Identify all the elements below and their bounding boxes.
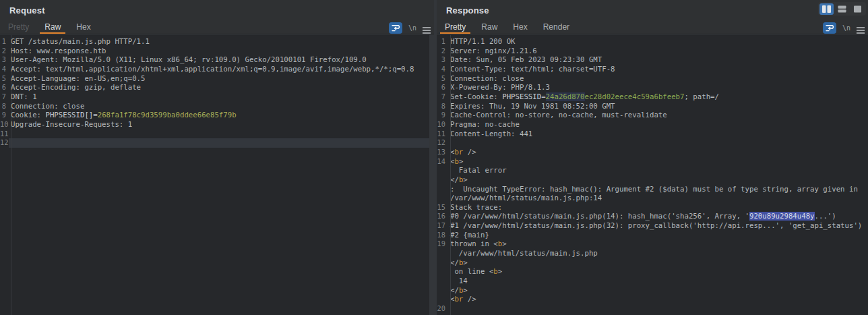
response-panel: Response Pretty Raw Hex Render \n 1HTTP/…: [437, 0, 868, 315]
code-token: PHPSESSID: [502, 92, 541, 101]
selected-text: 920u89u2984u48y: [749, 212, 815, 221]
line-number: 1: [0, 37, 9, 47]
line-number: [437, 166, 448, 175]
code-token: >: [459, 157, 463, 166]
word-wrap-icon[interactable]: [389, 22, 402, 34]
code-line: 6X-Powered-By: PHP/8.1.3: [437, 83, 868, 92]
code-token: Set-Cookie:: [450, 92, 502, 101]
code-text: : Uncaught TypeError: hash_hmac(): Argum…: [448, 185, 868, 194]
code-line: </b>: [437, 175, 868, 185]
code-line: /var/www/html/status/main.js.php: [437, 249, 868, 258]
request-panel: Request Pretty Raw Hex \n 1GET /status/m…: [0, 0, 434, 315]
code-token: >: [502, 239, 506, 248]
code-line: 8Expires: Thu, 19 Nov 1981 08:52:00 GMT: [437, 102, 868, 111]
line-number: 5: [437, 74, 448, 84]
code-token: GET /status/main.js.php HTTP/1.1: [11, 37, 150, 46]
code-text: Upgrade-Insecure-Requests: 1: [9, 120, 429, 130]
line-number: 18: [437, 231, 448, 240]
code-text: Set-Cookie: PHPSESSID=24a26d870ec28d02ee…: [448, 92, 868, 102]
line-number: 9: [0, 111, 9, 120]
response-editor-toolbar: \n: [823, 22, 865, 34]
response-tab-render[interactable]: Render: [538, 20, 574, 34]
line-number: 12: [437, 138, 448, 148]
response-tab-pretty[interactable]: Pretty: [440, 20, 470, 34]
code-line: 2Host: www.response.htb: [0, 47, 429, 56]
code-line: 7Set-Cookie: PHPSESSID=24a26d870ec28d02e…: [437, 92, 868, 102]
request-editor[interactable]: 1GET /status/main.js.php HTTP/1.12Host: …: [0, 35, 429, 315]
code-text: Host: www.response.htb: [9, 47, 429, 56]
split-rows-icon[interactable]: [835, 3, 849, 15]
code-token: Accept-Language: en-US,en;q=0.5: [11, 74, 145, 83]
code-text: Cookie: PHPSESSID[]=268fa1f78c9d3599ba0d…: [9, 111, 429, 120]
code-line: </b>: [437, 258, 868, 268]
code-line: <br />: [437, 295, 868, 304]
code-line: 18#2 {main}: [437, 231, 868, 240]
code-line: 1HTTP/1.1 200 OK: [437, 37, 868, 47]
line-number: [437, 295, 448, 304]
code-token: </: [450, 175, 459, 184]
code-token: #2 {main}: [450, 231, 489, 239]
request-tab-raw[interactable]: Raw: [40, 20, 65, 34]
request-tab-pretty[interactable]: Pretty: [3, 20, 34, 34]
request-code-area: 1GET /status/main.js.php HTTP/1.12Host: …: [0, 35, 429, 148]
request-title: Request: [9, 5, 45, 16]
menu-icon[interactable]: [423, 22, 431, 34]
menu-icon[interactable]: [857, 22, 865, 34]
line-number: 8: [437, 102, 448, 111]
line-number: 5: [0, 74, 9, 84]
code-line: 4Content-Type: text/html; charset=UTF-8: [437, 65, 868, 74]
code-line: 5Accept-Language: en-US,en;q=0.5: [0, 74, 429, 84]
code-token: Accept: text/html,application/xhtml+xml,…: [11, 65, 414, 74]
code-token: Date: Sun, 05 Feb 2023 09:23:30 GMT: [450, 55, 602, 64]
code-token: />: [463, 148, 476, 156]
split-columns-icon[interactable]: [819, 3, 834, 15]
line-number: [437, 185, 448, 194]
line-number: 2: [0, 47, 9, 56]
code-token: ec28d02eece4c59a6bfeeb7: [585, 92, 685, 101]
code-line: 12: [0, 138, 429, 148]
word-wrap-icon[interactable]: [823, 22, 836, 34]
code-text: </b>: [448, 286, 868, 295]
line-number: 20: [437, 304, 448, 314]
code-text: [448, 138, 868, 148]
code-text: Expires: Thu, 19 Nov 1981 08:52:00 GMT: [448, 102, 868, 111]
line-number: 17: [437, 221, 448, 231]
code-text: GET /status/main.js.php HTTP/1.1: [9, 37, 429, 47]
code-token: PHPSESSID[]: [45, 111, 93, 119]
response-editor[interactable]: 1HTTP/1.1 200 OK2Server: nginx/1.21.63Da…: [437, 35, 868, 315]
response-tab-hex[interactable]: Hex: [508, 20, 532, 34]
line-number: [437, 277, 448, 286]
line-number: [437, 286, 448, 295]
code-text: User-Agent: Mozilla/5.0 (X11; Linux x86_…: [9, 55, 429, 65]
line-number: 2: [437, 47, 448, 56]
code-token: User-Agent: Mozilla/5.0 (X11; Linux x86_…: [11, 55, 367, 64]
code-line: 13<br />: [437, 148, 868, 157]
newline-glyphs-icon[interactable]: \n: [408, 24, 416, 32]
line-number: 19: [437, 239, 448, 249]
code-text: <b>: [448, 157, 868, 167]
line-number: 14: [437, 157, 448, 167]
code-token: Expires: Thu, 19 Nov 1981 08:52:00 GMT: [450, 102, 615, 111]
code-text: HTTP/1.1 200 OK: [448, 37, 868, 47]
newline-glyphs-icon[interactable]: \n: [842, 24, 850, 32]
code-text: Connection: close: [448, 74, 868, 84]
request-tab-hex[interactable]: Hex: [71, 20, 95, 34]
line-number: 8: [0, 102, 9, 111]
code-text: on line <b>: [448, 267, 868, 277]
code-token: thrown in: [450, 239, 493, 248]
code-text: #0 /var/www/html/status/main.js.php(14):…: [448, 212, 868, 221]
code-line: : Uncaught TypeError: hash_hmac(): Argum…: [437, 185, 868, 194]
code-line: 4Accept: text/html,application/xhtml+xml…: [0, 65, 429, 74]
code-text: Accept-Encoding: gzip, deflate: [9, 83, 429, 92]
code-line: 9Cache-Control: no-store, no-cache, must…: [437, 111, 868, 120]
response-tab-raw[interactable]: Raw: [476, 20, 502, 34]
code-token: 24a26d870: [546, 92, 585, 101]
line-number: [437, 258, 448, 268]
code-line: 16#0 /var/www/html/status/main.js.php(14…: [437, 212, 868, 221]
line-number: 15: [437, 203, 448, 212]
single-pane-icon[interactable]: [850, 3, 865, 15]
code-text: </b>: [448, 175, 868, 185]
code-token: br: [454, 295, 463, 304]
code-text: Fatal error: [448, 166, 868, 175]
code-text: Content-Length: 441: [448, 130, 868, 139]
